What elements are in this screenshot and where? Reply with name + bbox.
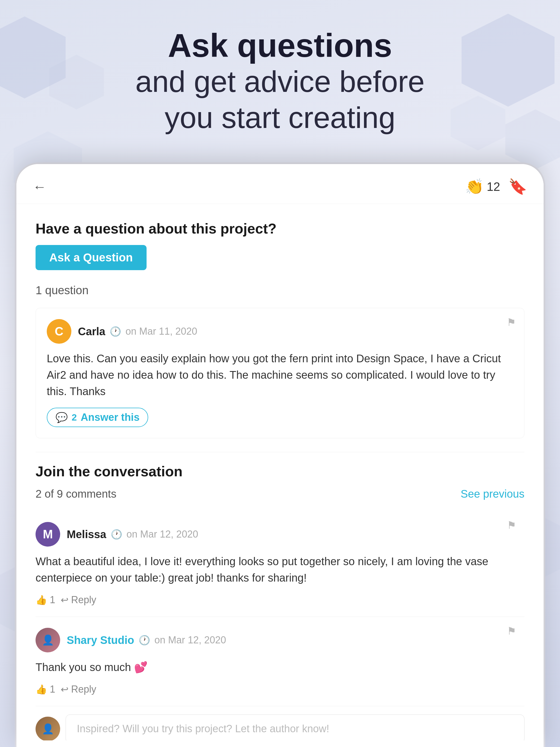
comment-action-row-2: 👍 1 ↩ Reply [35, 684, 525, 695]
question-text: Love this. Can you easily explain how yo… [47, 350, 513, 400]
question-card: ⚑ C Carla 🕐 on Mar 11, 2020 [35, 308, 525, 438]
comment-timestamp-2: on Mar 12, 2020 [154, 634, 226, 646]
comment-user-row: M Melissa 🕐 on Mar 12, 2020 [35, 522, 525, 547]
questions-section: Have a question about this project? Ask … [35, 221, 525, 438]
header-subtitle: and get advice before you start creating [0, 63, 560, 136]
clock-icon: 🕐 [110, 326, 121, 337]
question-user-name: Carla [78, 325, 105, 338]
like-button-2[interactable]: 👍 1 [35, 684, 55, 695]
reply-label: Reply [71, 594, 96, 606]
header-title-bold: Ask questions [0, 27, 560, 63]
device-frame: ← 👏 12 🔖 Have a question about this proj… [17, 164, 543, 747]
comment-input-placeholder: Inspired? Will you try this project? Let… [77, 723, 329, 735]
like-count: 1 [50, 594, 55, 606]
top-bar: ← 👏 12 🔖 [17, 164, 543, 204]
clock-icon-comment: 🕐 [111, 529, 122, 540]
clap-area: 👏 12 [465, 178, 500, 196]
comment-meta-2: Shary Studio 🕐 on Mar 12, 2020 [67, 634, 226, 646]
see-previous-button[interactable]: See previous [461, 488, 525, 500]
comment-item: ⚑ M Melissa 🕐 on Mar 12, 2020 [35, 511, 525, 617]
comment-input-row: 👤 Inspired? Will you try this project? L… [35, 715, 525, 741]
like-count-2: 1 [50, 684, 55, 695]
question-user-avatar: C [47, 319, 71, 344]
answer-this-label: Answer this [81, 412, 139, 423]
question-action-row: 💬 2 Answer this [47, 408, 513, 427]
like-icon-2: 👍 [35, 684, 47, 695]
clap-icon[interactable]: 👏 [465, 178, 484, 196]
conversation-section: Join the conversation 2 of 9 comments Se… [35, 463, 525, 741]
question-user-row: C Carla 🕐 on Mar 11, 2020 [47, 319, 513, 344]
shary-avatar: 👤 [35, 628, 60, 652]
comment-flag-icon-2[interactable]: ⚑ [507, 625, 516, 637]
comments-count: 2 of 9 comments [35, 488, 117, 500]
reply-button[interactable]: ↩ Reply [61, 594, 96, 606]
top-bar-right: 👏 12 🔖 [465, 178, 527, 196]
back-button[interactable]: ← [33, 179, 47, 195]
reply-icon: ↩ [61, 594, 68, 606]
question-section-heading: Have a question about this project? [35, 221, 525, 237]
comment-item: ⚑ 👤 Shary Studio 🕐 on Mar 12, 2020 [35, 617, 525, 706]
bookmark-icon[interactable]: 🔖 [508, 178, 527, 196]
bubble-icon: 💬 [55, 412, 68, 423]
comment-user-name: Melissa [67, 528, 106, 541]
comment-input-card[interactable]: Inspired? Will you try this project? Let… [66, 715, 525, 741]
like-icon: 👍 [35, 594, 47, 606]
like-button[interactable]: 👍 1 [35, 594, 55, 606]
reply-icon-2: ↩ [61, 684, 68, 695]
answer-this-button[interactable]: 💬 2 Answer this [47, 408, 148, 427]
header-section: Ask questions and get advice before you … [0, 0, 560, 152]
comment-action-row: 👍 1 ↩ Reply [35, 594, 525, 606]
device-inner: ← 👏 12 🔖 Have a question about this proj… [17, 164, 543, 747]
content-area: Have a question about this project? Ask … [17, 204, 543, 741]
conversation-heading: Join the conversation [35, 463, 525, 480]
clock-icon-comment-2: 🕐 [138, 635, 150, 646]
melissa-avatar: M [35, 522, 60, 547]
question-timestamp: on Mar 11, 2020 [126, 326, 197, 337]
flag-icon[interactable]: ⚑ [507, 316, 516, 328]
current-user-avatar: 👤 [35, 717, 60, 741]
comment-timestamp: on Mar 12, 2020 [127, 529, 198, 540]
comment-user-name-2[interactable]: Shary Studio [67, 634, 134, 646]
comments-header: 2 of 9 comments See previous [35, 488, 525, 500]
question-count: 1 question [35, 284, 525, 297]
comment-text: What a beautiful idea, I love it! everyt… [35, 553, 525, 586]
comment-user-row-2: 👤 Shary Studio 🕐 on Mar 12, 2020 [35, 628, 525, 652]
answer-count: 2 [72, 412, 77, 423]
question-user-meta: Carla 🕐 on Mar 11, 2020 [78, 325, 197, 338]
clap-count: 12 [487, 180, 500, 194]
ask-question-button[interactable]: Ask a Question [35, 245, 147, 270]
reply-label-2: Reply [71, 684, 96, 695]
comment-text-2: Thank you so much 💕 [35, 659, 525, 675]
section-divider [35, 452, 525, 452]
comment-meta: Melissa 🕐 on Mar 12, 2020 [67, 528, 198, 541]
comment-flag-icon[interactable]: ⚑ [507, 519, 516, 531]
reply-button-2[interactable]: ↩ Reply [61, 684, 96, 695]
